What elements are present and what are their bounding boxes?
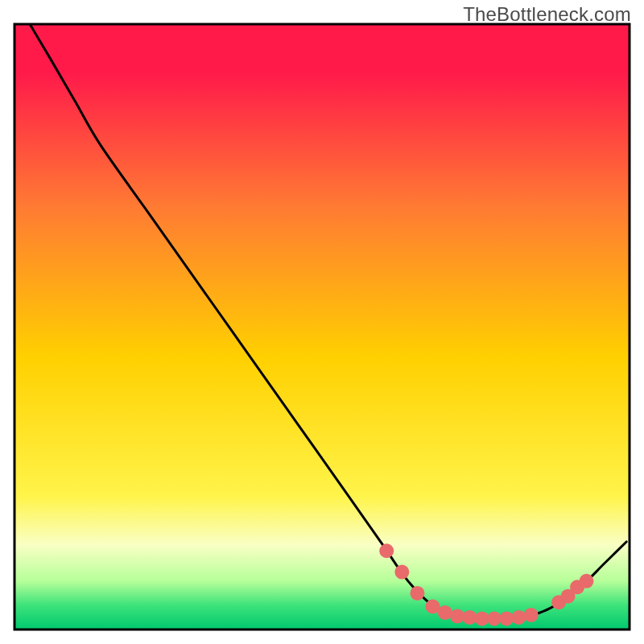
- data-marker: [511, 610, 526, 625]
- chart-container: TheBottleneck.com: [0, 0, 644, 644]
- data-marker: [438, 605, 452, 620]
- data-marker: [524, 608, 539, 622]
- data-marker: [394, 565, 409, 580]
- data-marker: [379, 543, 394, 558]
- data-marker: [410, 586, 424, 601]
- data-marker: [499, 611, 514, 625]
- data-marker: [426, 599, 440, 613]
- data-marker: [462, 610, 477, 625]
- watermark-text: TheBottleneck.com: [463, 3, 631, 26]
- chart-background: [14, 24, 630, 630]
- data-marker: [580, 574, 594, 588]
- data-marker: [450, 609, 464, 623]
- bottleneck-chart: [0, 0, 644, 644]
